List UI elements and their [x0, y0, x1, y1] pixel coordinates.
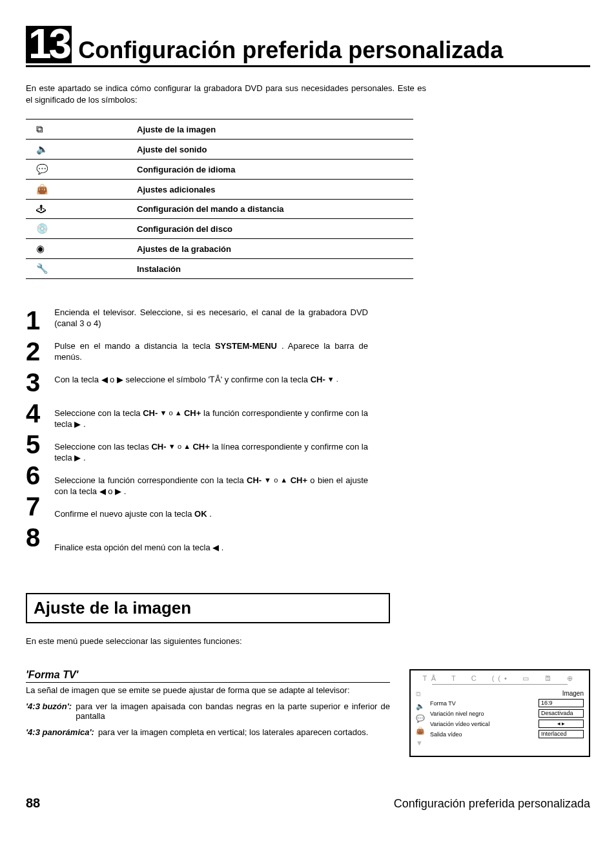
symbol-label: Configuración de idioma	[132, 160, 413, 180]
osd-language-icon: 💬	[416, 714, 425, 723]
step-num: 3	[26, 367, 39, 398]
picture-icon: ⧉	[26, 119, 132, 140]
page-number: 88	[26, 796, 40, 811]
osd-value: 16:9	[539, 699, 584, 707]
footer-title: Configuración preferida personalizada	[394, 797, 590, 811]
osd-label: Variación nivel negro	[430, 711, 535, 717]
step-numbers: 1 2 3 4 5 6 7 8	[26, 305, 39, 574]
table-row: 💬 Configuración de idioma	[26, 160, 413, 180]
section-title: Ajuste de la imagen	[26, 593, 390, 623]
step-num: 6	[26, 460, 39, 491]
symbol-label: Ajuste de la imagen	[132, 119, 413, 140]
symbol-label: Ajustes adicionales	[132, 180, 413, 200]
osd-title: Imagen	[430, 690, 584, 697]
steps-block: 1 2 3 4 5 6 7 8 Encienda el televisor. S…	[26, 305, 368, 574]
symbol-label: Instalación	[132, 259, 413, 279]
definition-row: '4:3 panorámica': para ver la imagen com…	[26, 727, 390, 737]
symbol-label: Configuración del mando a distancia	[132, 200, 413, 219]
symbol-label: Ajustes de la grabación	[132, 239, 413, 259]
osd-value: ◂ ▸	[539, 720, 584, 728]
chapter-number: 13	[26, 26, 72, 63]
table-row: ◉ Ajustes de la grabación	[26, 239, 413, 259]
language-icon: 💬	[26, 160, 132, 180]
install-icon: 🔧	[26, 259, 132, 279]
definition-row: '4:3 buzón': para ver la imagen apaisada…	[26, 701, 390, 721]
table-row: ⧉ Ajuste de la imagen	[26, 119, 413, 140]
record-icon: ◉	[26, 239, 132, 259]
def-term: '4:3 panorámica':	[26, 727, 94, 737]
sound-icon: 🔈	[26, 140, 132, 160]
table-row: 🔧 Instalación	[26, 259, 413, 279]
step-3: Con la tecla ◀ o ▶ seleccione el símbolo…	[54, 372, 368, 406]
section-intro: En este menú puede seleccionar las sigui…	[26, 636, 590, 646]
step-num: 7	[26, 491, 39, 522]
osd-sound-icon: 🔈	[416, 702, 425, 711]
page-footer: 88 Configuración preferida personalizada	[26, 796, 590, 811]
intro-text: En este apartado se indica cómo configur…	[26, 83, 426, 106]
osd-top-icons: ᎢÅ T C ((• ▭ 🖺 ⊕	[416, 674, 584, 683]
def-desc: para ver la imagen apaisada con bandas n…	[76, 701, 390, 721]
step-num: 8	[26, 522, 39, 553]
step-5: Seleccione con las teclas CH- ▼ o ▲ CH+ …	[54, 439, 368, 473]
chapter-title: Configuración preferida personalizada	[78, 37, 503, 64]
step-num: 2	[26, 336, 39, 367]
osd-side-icons: ⧉ 🔈 💬 👜 ▼	[416, 690, 425, 747]
chapter-header: 13 Configuración preferida personalizada	[26, 26, 590, 67]
forma-tv-heading: 'Forma TV'	[26, 669, 390, 681]
table-row: 👜 Ajustes adicionales	[26, 180, 413, 200]
step-num: 4	[26, 398, 39, 429]
disc-icon: 💿	[26, 219, 132, 239]
step-texts: Encienda el televisor. Seleccione, si es…	[54, 305, 368, 574]
osd-value: Interlaced	[539, 730, 584, 738]
step-1: Encienda el televisor. Seleccione, si es…	[54, 305, 368, 338]
forma-tv-block: 'Forma TV' La señal de imagen que se emi…	[26, 669, 390, 757]
osd-value: Desactivada	[539, 709, 584, 718]
table-row: 🕹 Configuración del mando a distancia	[26, 200, 413, 219]
forma-tv-desc: La señal de imagen que se emite se puede…	[26, 682, 390, 695]
osd-divider	[432, 684, 568, 685]
def-term: '4:3 buzón':	[26, 701, 72, 721]
osd-label: Salida vídeo	[430, 731, 535, 738]
osd-picture-icon: ⧉	[416, 690, 425, 698]
def-desc: para ver la imagen completa en vertical;…	[98, 727, 368, 737]
osd-label: Variación vídeo vertical	[430, 721, 535, 727]
chevron-down-icon: ▼	[416, 739, 425, 747]
table-row: 💿 Configuración del disco	[26, 219, 413, 239]
step-num: 1	[26, 305, 39, 336]
symbol-label: Configuración del disco	[132, 219, 413, 239]
osd-additional-icon: 👜	[416, 727, 425, 735]
osd-label: Forma TV	[430, 700, 535, 707]
remote-icon: 🕹	[26, 200, 132, 219]
step-2: Pulse en el mando a distancia la tecla S…	[54, 338, 368, 372]
step-4: Seleccione con la tecla CH- ▼ o ▲ CH+ la…	[54, 406, 368, 439]
step-6: Seleccione la función correspondiente co…	[54, 473, 368, 506]
table-row: 🔈 Ajuste del sonido	[26, 140, 413, 160]
symbol-label: Ajuste del sonido	[132, 140, 413, 160]
step-num: 5	[26, 429, 39, 460]
osd-preview: ᎢÅ T C ((• ▭ 🖺 ⊕ ⧉ 🔈 💬 👜 ▼ Imagen Forma …	[409, 669, 590, 757]
step-7: Confirme el nuevo ajuste con la tecla OK…	[54, 506, 368, 540]
symbol-table: ⧉ Ajuste de la imagen 🔈 Ajuste del sonid…	[26, 119, 413, 279]
additional-icon: 👜	[26, 180, 132, 200]
step-8: Finalice esta opción del menú con la tec…	[54, 540, 368, 574]
